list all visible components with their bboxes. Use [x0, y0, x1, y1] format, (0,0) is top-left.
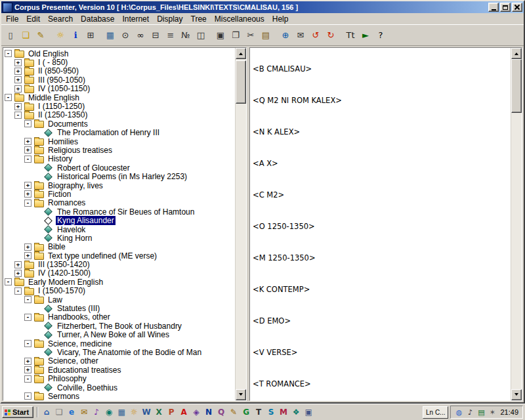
tree-row[interactable]: + IV (1050-1150) — [5, 85, 235, 93]
menu-item[interactable]: Internet — [118, 14, 153, 24]
close-button[interactable] — [512, 3, 522, 12]
new-file-button[interactable]: ▯ — [3, 28, 18, 43]
tree-row[interactable]: + I ( - 850) — [5, 58, 235, 66]
tree-row[interactable]: - Early Modern English — [5, 278, 235, 286]
expand-toggle[interactable]: + — [14, 270, 22, 277]
tree-row[interactable]: + Biography, lives — [5, 181, 235, 190]
tree-item-label[interactable]: Religious treatises — [47, 146, 114, 155]
tree-item-label[interactable]: Philosophy — [47, 374, 88, 383]
mail-button[interactable]: ✉ — [293, 28, 308, 43]
tree-row[interactable]: Colville, Boethius — [5, 383, 235, 392]
tree-item-label[interactable]: Romances — [47, 198, 87, 207]
tree-item-label[interactable]: Early Modern English — [27, 278, 104, 287]
tree-row[interactable]: + III (950-1050) — [5, 75, 235, 84]
tree-item-label[interactable]: Statutes (III) — [56, 304, 101, 313]
globe-internet-button[interactable]: ⊕ — [278, 28, 293, 43]
quicklaunch-icon[interactable]: ⌂ — [41, 407, 52, 417]
tree-row[interactable]: - I (1500-1570) — [5, 287, 235, 295]
menu-item[interactable]: Database — [77, 14, 118, 24]
numbered-list-button[interactable]: № — [178, 28, 193, 43]
tree-row[interactable]: + Homilies — [5, 137, 235, 146]
expand-toggle[interactable]: - — [24, 392, 32, 400]
text-scroll-up-button[interactable] — [511, 48, 522, 59]
tree-item-label[interactable]: I (1500-1570) — [37, 286, 87, 295]
tree-item-label[interactable]: Homilies — [47, 137, 79, 146]
menu-item[interactable]: Edit — [22, 14, 44, 24]
cut-button[interactable]: ✂ — [243, 28, 258, 43]
menu-item[interactable]: Tree — [187, 14, 211, 24]
start-button[interactable]: Start — [2, 406, 33, 418]
tree-item-label[interactable]: Biography, lives — [47, 181, 104, 190]
expand-toggle[interactable]: + — [24, 366, 32, 373]
title-bar[interactable]: Corpus Presenter, Version 10 [ H:\Corpus… — [1, 1, 524, 13]
expand-toggle[interactable]: - — [24, 120, 32, 127]
cards-button[interactable]: ▦ — [103, 28, 117, 43]
quicklaunch-icon[interactable]: Q — [216, 407, 226, 417]
expand-toggle[interactable]: - — [24, 156, 32, 163]
quicklaunch-icon[interactable]: ☼ — [129, 407, 139, 417]
tree-view-button[interactable]: ⊟ — [148, 28, 163, 43]
font-text-button[interactable]: Tt — [343, 28, 358, 43]
quicklaunch-icon[interactable]: ❏ — [54, 407, 64, 417]
tree-row[interactable]: - History — [5, 155, 235, 163]
lightbulb-button[interactable]: ☼ — [53, 28, 68, 43]
tree-item-label[interactable]: Text type undefined (ME verse) — [47, 251, 158, 261]
undo-button[interactable]: ↺ — [308, 28, 323, 43]
tree-item-label[interactable]: I ( - 850) — [37, 58, 69, 67]
expand-toggle[interactable]: + — [24, 182, 32, 189]
redo-button[interactable]: ↻ — [324, 28, 338, 43]
tree-item-label[interactable]: King Horn — [56, 234, 93, 243]
tree-row[interactable]: The Romance of Sir Beues of Hamtoun — [5, 207, 235, 216]
tree-row[interactable]: Fitzherbert, The Book of Husbandry — [5, 322, 235, 330]
tree-item-label[interactable]: I (1150-1250) — [37, 102, 86, 111]
text-scroll-thumb[interactable] — [511, 59, 522, 113]
tray-icon[interactable]: ✶ — [488, 408, 497, 417]
minimize-button[interactable] — [488, 3, 499, 12]
taskbar-indicator[interactable]: Ln C... — [423, 406, 448, 419]
copy-button[interactable]: ❐ — [228, 28, 243, 43]
expand-toggle[interactable]: + — [24, 190, 32, 198]
tree-row[interactable]: Statutes (III) — [5, 304, 235, 312]
tree-row[interactable]: - Documents — [5, 119, 235, 128]
tree-item-label[interactable]: IV (1050-1150) — [37, 84, 91, 93]
tree-item-label[interactable]: III (950-1050) — [37, 75, 87, 85]
tree-row[interactable]: Historical Poems (in Ms Harley 2253) — [5, 172, 235, 180]
menu-item[interactable]: Search — [44, 14, 77, 24]
tree-item-label[interactable]: Fiction — [47, 190, 72, 199]
expand-toggle[interactable]: - — [14, 287, 22, 295]
menu-item[interactable]: File — [2, 14, 22, 24]
tree-row[interactable]: - Philosophy — [5, 374, 235, 383]
tree-item-label[interactable]: Kyng Alisaunder — [56, 216, 116, 225]
expand-toggle[interactable]: - — [24, 375, 32, 383]
expand-toggle[interactable]: + — [14, 76, 22, 83]
text-scroll-track[interactable] — [511, 59, 522, 389]
tree-scroll-down-button[interactable] — [236, 389, 246, 400]
expand-toggle[interactable]: - — [5, 50, 12, 57]
menu-item[interactable]: Help — [268, 14, 293, 24]
tree-row[interactable]: + II (850-950) — [5, 67, 235, 75]
expand-toggle[interactable]: - — [24, 296, 32, 303]
tree-row[interactable]: + Text type undefined (ME verse) — [5, 251, 235, 260]
quicklaunch-icon[interactable]: ✎ — [228, 407, 239, 417]
quicklaunch-icon[interactable]: W — [141, 407, 152, 417]
tree-item-label[interactable]: Fitzherbert, The Book of Husbandry — [56, 322, 183, 331]
grid-button[interactable]: ⊞ — [83, 28, 98, 43]
expand-toggle[interactable]: + — [14, 59, 22, 66]
tree-row[interactable]: - Science, medicine — [5, 339, 235, 348]
quicklaunch-icon[interactable]: ▦ — [116, 407, 127, 417]
tree-item-label[interactable]: Science, medicine — [47, 339, 113, 348]
open-folder-button[interactable]: ❏ — [18, 28, 33, 43]
tree-scroll-thumb[interactable] — [236, 60, 246, 104]
tree-item-label[interactable]: Sermons — [47, 392, 81, 400]
tree-item-label[interactable]: Havelok — [56, 225, 87, 234]
text-scrollbar[interactable] — [511, 48, 522, 400]
quicklaunch-icon[interactable]: ❖ — [291, 407, 301, 417]
quicklaunch-icon[interactable]: X — [154, 407, 164, 417]
tree-row[interactable]: - Sermons — [5, 392, 235, 400]
tree-row[interactable]: + Bible — [5, 243, 235, 251]
menu-item[interactable]: Miscellaneous — [211, 14, 268, 24]
quicklaunch-icon[interactable]: A — [178, 407, 189, 417]
tree-row[interactable]: - Law — [5, 295, 235, 304]
quicklaunch-icon[interactable]: N — [203, 407, 214, 417]
run-button[interactable]: ► — [358, 28, 373, 43]
